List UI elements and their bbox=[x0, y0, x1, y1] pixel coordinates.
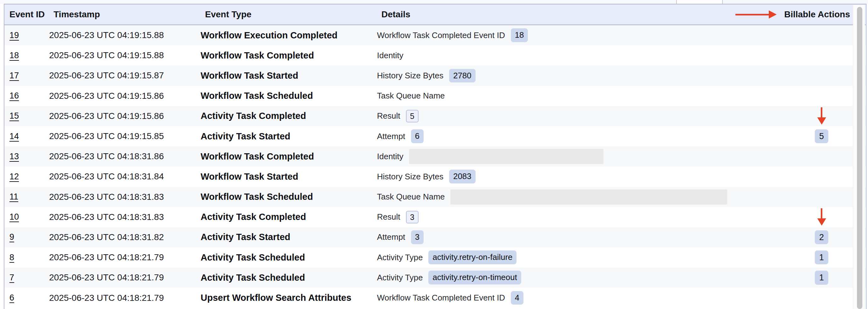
timestamp: 2025-06-23 UTC 04:18:31.82 bbox=[49, 232, 200, 242]
event-id-cell: 8 bbox=[4, 253, 49, 263]
event-type: Workflow Execution Completed bbox=[200, 30, 377, 41]
scrollbar-thumb[interactable] bbox=[857, 7, 862, 309]
cropped-toolbar-segment bbox=[676, 0, 723, 4]
event-details: Identity bbox=[377, 149, 789, 164]
event-details: Result5 bbox=[377, 110, 789, 123]
event-details: Workflow Task Completed Event ID4 bbox=[377, 291, 789, 305]
detail-value-badge: 4 bbox=[511, 291, 523, 305]
detail-value-badge: 3 bbox=[411, 230, 424, 244]
detail-value-badge: 6 bbox=[411, 129, 424, 143]
detail-label: Task Queue Name bbox=[377, 192, 445, 202]
event-type: Activity Task Completed bbox=[200, 111, 377, 121]
billable-actions-cell: 1 bbox=[789, 250, 854, 264]
event-id-cell: 12 bbox=[4, 172, 49, 181]
detail-value-badge: activity.retry-on-timeout bbox=[428, 271, 521, 284]
table-row[interactable]: 132025-06-23 UTC 04:18:31.86Workflow Tas… bbox=[4, 146, 866, 167]
table-body: 192025-06-23 UTC 04:19:15.88Workflow Exe… bbox=[4, 25, 866, 308]
billable-actions-cell: 2 bbox=[789, 230, 854, 244]
event-type: Workflow Task Scheduled bbox=[200, 192, 377, 202]
event-id-cell: 15 bbox=[4, 111, 49, 121]
vertical-scrollbar[interactable] bbox=[853, 5, 865, 309]
timestamp: 2025-06-23 UTC 04:18:31.83 bbox=[49, 192, 200, 202]
event-id-link[interactable]: 6 bbox=[9, 293, 14, 303]
table-row[interactable]: 162025-06-23 UTC 04:19:15.86Workflow Tas… bbox=[4, 86, 866, 106]
event-id-cell: 17 bbox=[4, 71, 49, 80]
event-details: Identity bbox=[377, 51, 789, 60]
detail-label: Attempt bbox=[377, 232, 405, 242]
event-details: History Size Bytes2780 bbox=[377, 69, 789, 83]
event-id-link[interactable]: 19 bbox=[9, 31, 19, 40]
event-id-cell: 19 bbox=[4, 31, 49, 40]
table-row[interactable]: 92025-06-23 UTC 04:18:31.82Activity Task… bbox=[4, 227, 866, 247]
event-type: Workflow Task Completed bbox=[200, 50, 377, 61]
event-details: Task Queue Name bbox=[377, 190, 789, 205]
event-details: Task Queue Name bbox=[377, 91, 789, 101]
event-details: Attempt3 bbox=[377, 230, 789, 244]
timestamp: 2025-06-23 UTC 04:19:15.86 bbox=[49, 111, 200, 121]
detail-label: Result bbox=[377, 212, 400, 222]
table-row[interactable]: 142025-06-23 UTC 04:19:15.85Activity Tas… bbox=[4, 126, 866, 146]
event-id-link[interactable]: 8 bbox=[9, 253, 14, 263]
timestamp: 2025-06-23 UTC 04:19:15.88 bbox=[49, 50, 200, 60]
table-row[interactable]: 152025-06-23 UTC 04:19:15.86Activity Tas… bbox=[4, 106, 866, 126]
event-type: Activity Task Scheduled bbox=[200, 252, 377, 263]
event-id-cell: 13 bbox=[4, 152, 49, 162]
billable-actions-cell: 1 bbox=[789, 271, 854, 284]
event-id-cell: 18 bbox=[4, 51, 49, 60]
event-id-link[interactable]: 17 bbox=[9, 71, 19, 80]
event-id-link[interactable]: 13 bbox=[9, 152, 19, 162]
event-id-link[interactable]: 10 bbox=[9, 212, 19, 222]
event-id-link[interactable]: 16 bbox=[9, 91, 19, 101]
detail-label: Attempt bbox=[377, 132, 405, 141]
detail-value-badge: 5 bbox=[406, 110, 418, 123]
table-row[interactable]: 62025-06-23 UTC 04:18:21.79Upsert Workfl… bbox=[4, 287, 866, 308]
event-type: Activity Task Started bbox=[200, 131, 377, 142]
detail-label: Activity Type bbox=[377, 253, 423, 263]
timestamp: 2025-06-23 UTC 04:19:15.85 bbox=[49, 131, 200, 141]
event-id-link[interactable]: 15 bbox=[9, 111, 19, 121]
event-id-link[interactable]: 9 bbox=[9, 232, 14, 242]
table-row[interactable]: 72025-06-23 UTC 04:18:21.79Activity Task… bbox=[4, 268, 866, 287]
event-id-cell: 11 bbox=[4, 192, 49, 202]
detail-value-badge: 18 bbox=[511, 28, 528, 42]
event-id-link[interactable]: 18 bbox=[9, 51, 19, 60]
event-id-link[interactable]: 11 bbox=[9, 192, 18, 202]
table-row[interactable]: 102025-06-23 UTC 04:18:31.83Activity Tas… bbox=[4, 207, 866, 227]
table-header-row: Event ID Timestamp Event Type Details Bi… bbox=[4, 4, 866, 25]
event-id-cell: 10 bbox=[4, 212, 49, 222]
event-id-cell: 6 bbox=[4, 293, 49, 303]
billable-actions-cell bbox=[789, 208, 854, 226]
event-id-cell: 14 bbox=[4, 132, 49, 141]
detail-label: Identity bbox=[377, 51, 403, 60]
billable-actions-cell bbox=[789, 107, 854, 125]
billable-actions-badge: 5 bbox=[815, 129, 828, 143]
table-row[interactable]: 82025-06-23 UTC 04:18:21.79Activity Task… bbox=[4, 247, 866, 268]
event-id-link[interactable]: 12 bbox=[9, 172, 19, 181]
billable-actions-cell: 5 bbox=[789, 129, 854, 143]
detail-label: History Size Bytes bbox=[377, 71, 443, 80]
table-row[interactable]: 182025-06-23 UTC 04:19:15.88Workflow Tas… bbox=[4, 45, 866, 65]
event-details: History Size Bytes2083 bbox=[377, 170, 789, 183]
detail-label: Task Queue Name bbox=[377, 91, 445, 101]
table-row[interactable]: 192025-06-23 UTC 04:19:15.88Workflow Exe… bbox=[4, 25, 866, 45]
detail-value-badge: 3 bbox=[406, 211, 418, 224]
arrow-right-icon bbox=[735, 10, 777, 19]
table-row[interactable]: 172025-06-23 UTC 04:19:15.87Workflow Tas… bbox=[4, 65, 866, 85]
event-id-link[interactable]: 7 bbox=[9, 273, 14, 282]
event-details: Result3 bbox=[377, 211, 789, 224]
timestamp: 2025-06-23 UTC 04:18:21.79 bbox=[49, 252, 200, 263]
billable-actions-badge: 1 bbox=[815, 271, 828, 284]
detail-label: Workflow Task Completed Event ID bbox=[377, 31, 505, 40]
event-type: Workflow Task Completed bbox=[200, 151, 377, 162]
column-header-billable-actions: Billable Actions bbox=[735, 4, 850, 25]
event-type: Activity Task Completed bbox=[200, 212, 377, 222]
detail-value-badge: activity.retry-on-failure bbox=[428, 250, 517, 264]
event-id-link[interactable]: 14 bbox=[9, 132, 19, 141]
detail-label: Result bbox=[377, 111, 400, 121]
table-row[interactable]: 112025-06-23 UTC 04:18:31.83Workflow Tas… bbox=[4, 187, 866, 207]
table-row[interactable]: 122025-06-23 UTC 04:18:31.84Workflow Tas… bbox=[4, 167, 866, 186]
cropped-toolbar-segment-right bbox=[723, 0, 868, 4]
cropped-toolbar-strip bbox=[0, 0, 868, 4]
detail-label: Identity bbox=[377, 152, 403, 162]
event-id-cell: 9 bbox=[4, 232, 49, 242]
